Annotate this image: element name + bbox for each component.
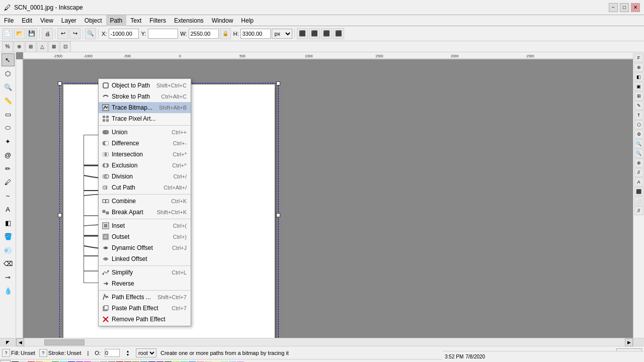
menu-path-effects[interactable]: Path Effects ... Shift+Ctrl+7	[99, 292, 191, 303]
rp-btn14[interactable]: A	[634, 177, 643, 187]
fill-color-box[interactable]: ?	[2, 349, 10, 357]
align-top-btn[interactable]: ⬛	[333, 28, 344, 39]
rp-btn5[interactable]: ⊞	[634, 92, 643, 101]
canvas-area[interactable]: -1500 -1000 -500 0 500 1000 1500 2000 15…	[16, 52, 633, 338]
rect-tool[interactable]: ▭	[2, 108, 15, 121]
stroke-color-box[interactable]: ?	[39, 349, 47, 357]
menu-break-apart[interactable]: Break Apart Shift+Ctrl+K	[99, 207, 191, 218]
rp-btn13[interactable]: //	[634, 168, 643, 177]
menu-remove-path-effect[interactable]: Remove Path Effect	[99, 314, 191, 325]
menu-linked-offset[interactable]: Linked Offset	[99, 253, 191, 264]
scroll-right-btn[interactable]: ▶	[625, 338, 633, 346]
snap-btn6[interactable]: ⊡	[60, 41, 71, 52]
align-left-btn[interactable]: ⬛	[297, 28, 308, 39]
open-btn[interactable]: 📂	[14, 28, 25, 39]
menu-division[interactable]: Division Ctrl+/	[99, 171, 191, 182]
menu-text[interactable]: Text	[126, 15, 145, 26]
hscrollbar[interactable]	[24, 338, 625, 346]
handle-tr[interactable]	[276, 81, 280, 85]
rp-btn3[interactable]: ◧	[634, 72, 643, 81]
print-btn[interactable]: 🖨	[42, 28, 53, 39]
menu-edit[interactable]: Edit	[18, 15, 36, 26]
menu-filters[interactable]: Filters	[145, 15, 170, 26]
menu-combine[interactable]: Combine Ctrl+K	[99, 196, 191, 207]
spray-tool[interactable]: 💨	[2, 243, 15, 256]
y-input[interactable]	[148, 29, 178, 39]
calligraphy-tool[interactable]: ~	[2, 189, 15, 202]
snap-btn5[interactable]: ⊠	[48, 41, 59, 52]
rp-btn15[interactable]: ⬛	[634, 187, 643, 196]
rp-btn6[interactable]: ✎	[634, 101, 643, 110]
minimize-button[interactable]: −	[609, 3, 618, 12]
menu-simplify[interactable]: Simplify Ctrl+L	[99, 267, 191, 278]
opacity-stepper[interactable]: ▲ ▼	[124, 349, 132, 357]
menu-trace-bitmap[interactable]: Trace Bitmap... Shift+Alt+B	[99, 102, 191, 113]
unit-select[interactable]: px mm cm in	[272, 29, 292, 39]
snap-btn4[interactable]: △	[37, 41, 48, 52]
remove-color-btn[interactable]: ✕	[1, 360, 11, 363]
fill-tool[interactable]: 🪣	[2, 230, 15, 243]
menu-path[interactable]: Path	[106, 15, 127, 26]
rp-btn7[interactable]: T	[634, 111, 643, 120]
rp-btn4[interactable]: ▣	[634, 82, 643, 91]
new-btn[interactable]: 📄	[2, 28, 13, 39]
snap-btn2[interactable]: ⊕	[14, 41, 25, 52]
menu-window[interactable]: Window	[208, 15, 237, 26]
lock-aspect-btn[interactable]: 🔒	[220, 28, 231, 39]
menu-exclusion[interactable]: Exclusion Ctrl+^	[99, 160, 191, 171]
h-input[interactable]	[240, 29, 271, 39]
menu-object-to-path[interactable]: Object to Path Shift+Ctrl+C	[99, 80, 191, 91]
menu-dynamic-offset[interactable]: Dynamic Offset Ctrl+J	[99, 242, 191, 253]
gradient-tool[interactable]: ◧	[2, 216, 15, 229]
opacity-input[interactable]	[105, 349, 120, 357]
handle-mr[interactable]	[276, 213, 280, 217]
snap-btn3[interactable]: ⊞	[25, 41, 36, 52]
menu-cut-path[interactable]: Cut Path Ctrl+Alt+/	[99, 182, 191, 193]
rp-btn1[interactable]: F	[634, 53, 643, 62]
menu-view[interactable]: View	[36, 15, 57, 26]
spiral-tool[interactable]: @	[2, 148, 15, 161]
align-right-btn[interactable]: ⬛	[321, 28, 332, 39]
close-button[interactable]: ✕	[631, 3, 640, 12]
save-btn[interactable]: 💾	[26, 28, 37, 39]
menu-outset[interactable]: Outset Ctrl+)	[99, 231, 191, 242]
maximize-button[interactable]: □	[620, 3, 629, 12]
menu-reverse[interactable]: Reverse	[99, 278, 191, 289]
rp-btn8[interactable]: ⬡	[634, 120, 643, 129]
rp-btn17[interactable]: //	[634, 206, 643, 215]
zoom-tool[interactable]: 🔍	[2, 80, 15, 94]
menu-union[interactable]: Union Ctrl++	[99, 127, 191, 138]
connector-tool[interactable]: ⊸	[2, 270, 15, 284]
star-tool[interactable]: ✦	[2, 135, 15, 148]
transform-select[interactable]: root	[136, 348, 156, 357]
handle-ml[interactable]	[58, 213, 62, 217]
align-center-btn[interactable]: ⬛	[309, 28, 320, 39]
pencil-tool[interactable]: ✏	[2, 162, 15, 175]
menu-help[interactable]: Help	[237, 15, 258, 26]
undo-btn[interactable]: ↩	[57, 28, 68, 39]
select-tool[interactable]: ↖	[2, 53, 15, 66]
menu-trace-pixel-art[interactable]: Trace Pixel Art...	[99, 113, 191, 124]
handle-tl[interactable]	[58, 81, 62, 85]
menu-extensions[interactable]: Extensions	[170, 15, 208, 26]
snap-btn1[interactable]: %	[2, 41, 13, 52]
rp-btn11[interactable]: 🔍	[634, 149, 643, 158]
rp-btn10[interactable]: 🔍	[634, 139, 643, 148]
menu-intersection[interactable]: Intersection Ctrl+*	[99, 149, 191, 160]
menu-layer[interactable]: Layer	[57, 15, 80, 26]
zoom-in-btn[interactable]: 🔍	[85, 28, 96, 39]
menu-inset[interactable]: Inset Ctrl+(	[99, 220, 191, 231]
rp-btn9[interactable]: ⚙	[634, 130, 643, 139]
scroll-left-btn[interactable]: ◀	[16, 338, 24, 346]
dropper-tool[interactable]: 💧	[2, 284, 15, 297]
menu-file[interactable]: File	[0, 15, 18, 26]
w-input[interactable]	[189, 29, 219, 39]
redo-btn[interactable]: ↪	[69, 28, 80, 39]
eraser-tool[interactable]: ⌫	[2, 257, 15, 270]
menu-stroke-to-path[interactable]: Stroke to Path Ctrl+Alt+C	[99, 91, 191, 102]
rp-btn16[interactable]: ⬜	[634, 197, 643, 206]
measure-tool[interactable]: 📏	[2, 94, 15, 107]
rp-btn12[interactable]: ⊕	[634, 158, 643, 167]
text-tool[interactable]: A	[2, 203, 15, 216]
ellipse-tool[interactable]: ⬭	[2, 121, 15, 134]
